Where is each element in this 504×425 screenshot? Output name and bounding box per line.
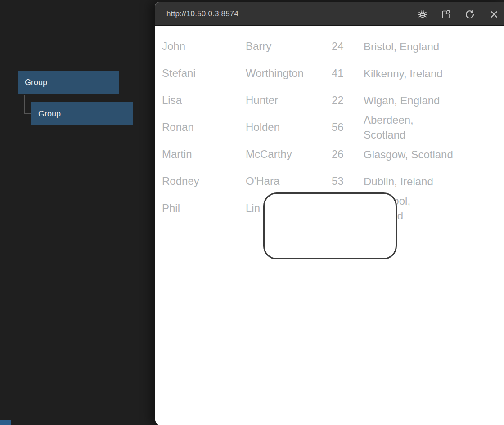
browser-window: http://10.50.0.3:8574 (155, 2, 504, 425)
cell-location: Glasgow, Scotland (364, 147, 504, 162)
cell-last-name: McCarthy (246, 148, 332, 161)
overlay-box (263, 192, 397, 259)
cell-location: Kilkenny, Ireland (364, 66, 504, 81)
tree-connector-vertical (24, 95, 25, 113)
bug-icon[interactable] (417, 9, 428, 20)
cell-first-name: Stefani (162, 67, 246, 80)
cell-first-name: Martin (162, 148, 246, 161)
cell-first-name: John (162, 40, 246, 53)
cell-location: Wigan, England (364, 93, 504, 108)
cell-first-name: Ronan (162, 121, 246, 134)
tree-connector-horizontal (24, 113, 32, 114)
cell-age: 24 (332, 40, 364, 53)
table-row: Stefani Worthington 41 Kilkenny, Ireland (155, 60, 504, 87)
tree-node-label: Group (38, 109, 61, 119)
tree-node-group-2[interactable]: Group (31, 102, 133, 125)
url-address[interactable]: http://10.50.0.3:8574 (166, 2, 238, 26)
cell-last-name: Barry (246, 40, 332, 53)
cell-age: 41 (332, 67, 364, 80)
corner-accent-block (0, 420, 11, 425)
cell-location: Aberdeen, Scotland (364, 112, 504, 142)
cell-age: 22 (332, 94, 364, 107)
browser-title-bar: http://10.50.0.3:8574 (155, 2, 504, 26)
desktop-background: Group Group http://10.50.0.3:8574 (0, 0, 504, 425)
table-row: Lisa Hunter 22 Wigan, England (155, 87, 504, 114)
refresh-icon[interactable] (464, 9, 476, 20)
cell-first-name: Rodney (162, 175, 246, 188)
table-row: Rodney O'Hara 53 Dublin, Ireland (155, 168, 504, 195)
cell-last-name: Worthington (246, 67, 332, 80)
cell-location: Dublin, Ireland (364, 174, 504, 189)
tree-node-group-1[interactable]: Group (18, 71, 119, 94)
tree-node-label: Group (25, 78, 47, 87)
cell-last-name: Holden (246, 121, 332, 134)
table-row: Ronan Holden 56 Aberdeen, Scotland (155, 114, 504, 141)
cell-age: 26 (332, 148, 364, 161)
close-icon[interactable] (488, 9, 500, 20)
cell-age: 56 (332, 121, 364, 134)
cell-first-name: Phil (162, 202, 246, 215)
cell-location: Bristol, England (364, 39, 504, 54)
inspect-page-icon[interactable] (440, 9, 452, 20)
cell-last-name: Hunter (246, 94, 332, 107)
cell-age: 53 (332, 175, 364, 188)
table-row: John Barry 24 Bristol, England (155, 33, 504, 60)
cell-first-name: Lisa (162, 94, 246, 107)
table-row: Martin McCarthy 26 Glasgow, Scotland (155, 141, 504, 168)
cell-last-name: O'Hara (246, 175, 332, 188)
